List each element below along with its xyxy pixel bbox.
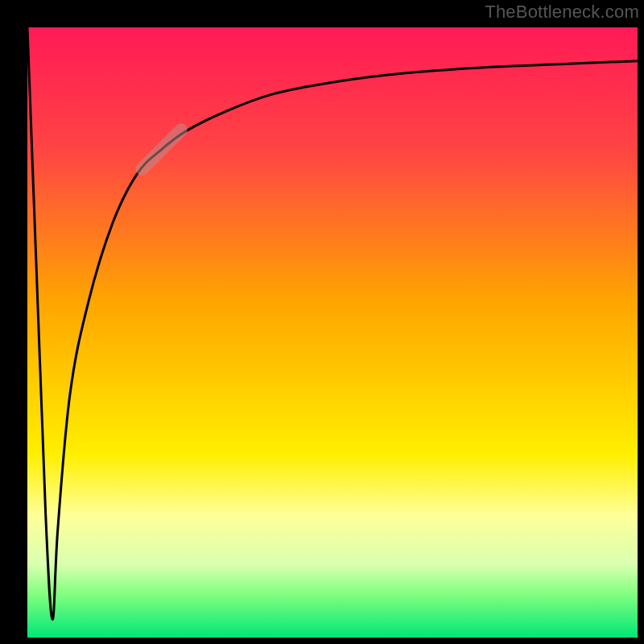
gradient-plot-svg (27, 27, 638, 638)
chart-frame: TheBottleneck.com (0, 0, 644, 644)
gradient-background (27, 27, 638, 638)
plot-area (27, 27, 638, 638)
watermark-text: TheBottleneck.com (485, 2, 639, 23)
